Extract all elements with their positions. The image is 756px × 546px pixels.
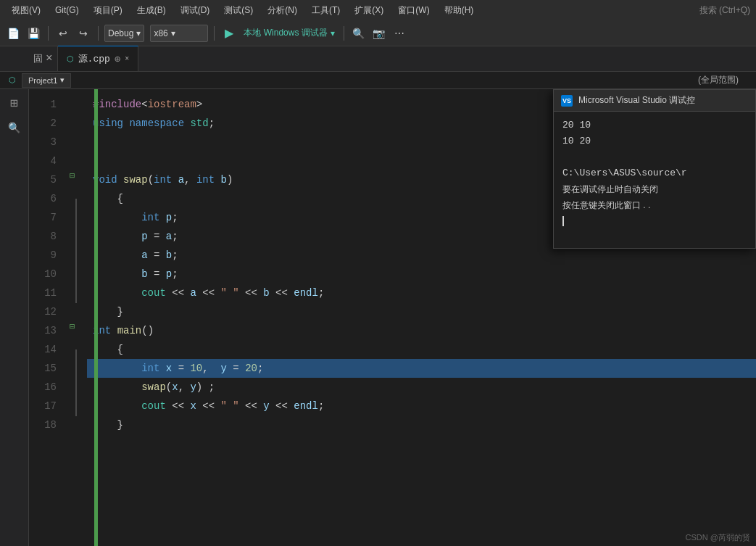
menu-bar: 视图(V) Git(G) 项目(P) 生成(B) 调试(D) 测试(S) 分析(… — [0, 0, 756, 20]
debug-panel-icon[interactable]: 🔍 — [3, 117, 26, 138]
watermark: CSDN @芮弱的贤 — [686, 532, 750, 543]
fold-indicator-13[interactable]: ⊟ — [70, 321, 75, 332]
code-line-13: int main() — [87, 321, 756, 340]
code-line-11: cout << a << " " << b << endl; — [87, 284, 756, 302]
undo-icon[interactable]: ↩ — [54, 25, 72, 42]
code-line-14: { — [87, 340, 756, 359]
menu-item-help[interactable]: 帮助(H) — [439, 3, 480, 18]
search-box[interactable]: 搜索 (Ctrl+Q) — [699, 4, 750, 17]
change-indicator-bar — [94, 89, 98, 546]
scope-label: (全局范围) — [689, 74, 747, 86]
separator-3 — [214, 26, 215, 41]
output-line-6: 按任意键关闭此窗口 . . — [562, 197, 747, 213]
platform-dropdown[interactable]: x86 ▾ — [150, 25, 208, 42]
output-title-bar: VS Microsoft Visual Studio 调试控 — [554, 90, 755, 112]
bracket-line-main — [75, 349, 77, 416]
menu-item-extensions[interactable]: 扩展(X) — [349, 3, 389, 18]
code-line-18: } — [87, 415, 756, 434]
output-line-5: 要在调试停止时自动关闭 — [562, 181, 747, 197]
tab-label: 源.cpp — [78, 52, 110, 65]
menu-item-view[interactable]: 视图(V) — [6, 3, 46, 18]
menu-item-git[interactable]: Git(G) — [49, 4, 85, 17]
left-panel: ⊞ 🔍 — [0, 89, 29, 546]
project-dropdown[interactable]: Project1 ▾ — [22, 73, 71, 88]
code-line-17: cout << x << " " << y << endl; — [87, 397, 756, 415]
tab-close-icon[interactable]: × — [125, 55, 129, 63]
menu-item-debug[interactable]: 调试(D) — [175, 3, 216, 18]
bracket-line-swap — [75, 199, 77, 303]
pin-area: 固 × — [29, 46, 58, 71]
code-line-10: b = p; — [87, 265, 756, 284]
fold-gutter: ⊟ ⊟ — [65, 89, 87, 546]
code-line-15: int x = 10, y = 20; — [87, 359, 756, 378]
output-cursor-line — [562, 213, 747, 229]
tab-bar: 固 × ⬡ 源.cpp ⊕ × — [0, 46, 756, 72]
redo-icon[interactable]: ↪ — [75, 25, 92, 42]
menu-item-test[interactable]: 测试(S) — [218, 3, 259, 18]
tab-source-cpp[interactable]: ⬡ 源.cpp ⊕ × — [58, 46, 139, 71]
menu-item-build[interactable]: 生成(B) — [131, 3, 172, 18]
more-icon[interactable]: ⋯ — [391, 25, 408, 42]
line-numbers: 1 2 3 4 5 6 7 8 9 10 11 12 13 14 15 16 1… — [29, 89, 65, 546]
toolbar: 📄 💾 ↩ ↪ Debug ▾ x86 ▾ ▶ 本地 Windows 调试器 ▾… — [0, 20, 756, 46]
run-button[interactable]: 本地 Windows 调试器 ▾ — [241, 25, 337, 42]
vs-icon: VS — [561, 95, 573, 107]
separator-4 — [344, 26, 344, 41]
output-body: 20 10 10 20 C:\Users\ASUS\source\r 要在调试停… — [554, 112, 755, 248]
output-line-3 — [562, 149, 747, 165]
output-line-4: C:\Users\ASUS\source\r — [562, 165, 747, 181]
menu-item-tools[interactable]: 工具(T) — [306, 3, 346, 18]
search-panel-icon[interactable]: ⊞ — [3, 92, 26, 114]
editor-container: ⊞ 🔍 1 2 3 4 5 6 7 8 9 10 11 12 13 14 15 … — [0, 89, 756, 546]
menu-item-project[interactable]: 项目(P) — [88, 3, 128, 18]
save-icon[interactable]: 💾 — [25, 25, 42, 42]
separator-2 — [98, 26, 99, 41]
config-dropdown[interactable]: Debug ▾ — [104, 25, 144, 42]
separator-1 — [48, 26, 49, 41]
code-line-16: swap(x, y) ; — [87, 378, 756, 397]
search-files-icon[interactable]: 🔍 — [350, 25, 367, 42]
new-file-icon[interactable]: 📄 — [4, 25, 22, 42]
output-title-text: Microsoft Visual Studio 调试控 — [578, 94, 695, 107]
camera-icon[interactable]: 📷 — [370, 25, 388, 42]
path-bar: ⬡ Project1 ▾ (全局范围) — [0, 72, 756, 89]
output-overlay: VS Microsoft Visual Studio 调试控 20 10 10 … — [553, 89, 756, 249]
code-editor[interactable]: 1 2 3 4 5 6 7 8 9 10 11 12 13 14 15 16 1… — [29, 89, 756, 546]
menu-item-analyze[interactable]: 分析(N) — [262, 3, 303, 18]
play-icon[interactable]: ▶ — [220, 25, 238, 42]
output-line-1: 20 10 — [562, 117, 747, 133]
fold-indicator-5[interactable]: ⊟ — [70, 170, 75, 181]
code-line-12: } — [87, 302, 756, 321]
output-line-2: 10 20 — [562, 133, 747, 149]
menu-item-window[interactable]: 窗口(W) — [392, 3, 435, 18]
